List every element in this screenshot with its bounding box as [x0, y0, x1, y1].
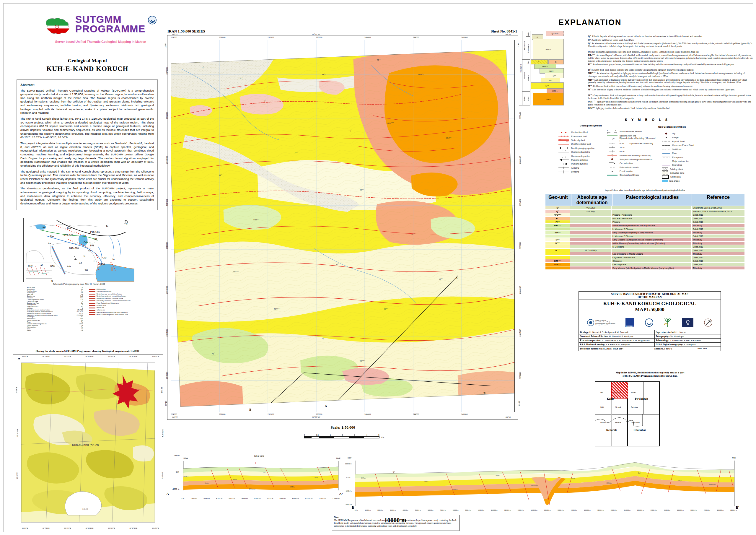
- geo-unit-cell: Plsi: [545, 216, 570, 220]
- overview-map-drawing: [18, 359, 159, 526]
- map-unit-label: Qt: [322, 337, 324, 339]
- distance-label: 2000 m: [203, 497, 210, 499]
- symbol-label: Structural profil trace: [620, 174, 639, 176]
- strike-slip-fault-icon: [558, 139, 570, 142]
- reference-cell: Dolati,2010: [691, 220, 745, 224]
- paleo-cell: Middle Miocene (Serravallian) to Late Mi…: [611, 241, 691, 245]
- direction-label: SSW: [348, 457, 351, 459]
- distance-label: 10000.0 m: [478, 510, 484, 511]
- overturned-syncline-icon: [558, 154, 570, 158]
- symbol-label: 61-90: [620, 150, 625, 153]
- explanation-entry: Mc,si: Red brown thick bedded cleaved an…: [588, 85, 753, 87]
- paleo-legend-glyph: [89, 298, 95, 299]
- overview-bottom-coords: 60°0'0"E60°7'30"E60°15'0"E60°22'30"E60°3…: [22, 527, 159, 529]
- time-table-row: Late Oligocene to Middle Miocene This st…: [545, 252, 745, 256]
- elev-label: 0.0 m: [346, 476, 350, 478]
- reference-cell: Dolati,2010: [691, 245, 745, 248]
- chair-text-line: Geological Survey of Iran: [595, 324, 615, 325]
- gsi-logo-icon: [645, 318, 654, 327]
- sheet-no-cell: Sheet No. : 8041-1: [653, 347, 696, 351]
- paleo-legend-glyph: [89, 294, 95, 295]
- reference-cell: Dolati,2010: [691, 263, 745, 266]
- geo-unit-cell: Msh,s: [545, 241, 570, 245]
- dip-strike-measured-icon: 30: [606, 138, 618, 141]
- scale-tick-label: 1: [330, 434, 331, 436]
- abbrev-name: Mantle: [27, 330, 31, 332]
- time-table: Geo-unit Absolute age determination Pale…: [545, 194, 745, 270]
- paleo-caption: Schematic Paleogeography map, After H. N…: [23, 283, 134, 285]
- overview-lat-label: 25°45'0"N: [162, 472, 163, 479]
- cross-section-a: 1000 m 0 m -1000 m SSW kuh e kand NNE MP…: [166, 454, 343, 505]
- paleo-legend-label: volcanic arc: [96, 309, 104, 311]
- section-unit-tag: Qal: [638, 472, 640, 474]
- era-oligo: Oligo.: [526, 91, 530, 105]
- strat-unit-olmshs: OlMsh,s: [533, 93, 564, 105]
- distance-label: 24000.0 m: [664, 510, 670, 511]
- paleo-legend-glyph: [89, 291, 95, 292]
- map-unit-label: OlMs,sh,c: [388, 122, 394, 124]
- northing-label: 2860000: [519, 242, 521, 249]
- paleo-cell: [611, 248, 691, 252]
- easting-label: 228000: [219, 413, 225, 415]
- section-unit-tag: MPlm,s: [361, 477, 366, 479]
- map-unit-label: OlMsh,s: [418, 73, 424, 76]
- contractional-fault-icon: [558, 131, 570, 134]
- section-unit-tag: Msh,s: [424, 480, 428, 482]
- index-cell-label: Chah bahar: [631, 422, 640, 423]
- symbol-label: Plunging anticline: [571, 159, 588, 161]
- building-block-icon: [662, 167, 668, 171]
- geo-unit-cell: Qt: [545, 206, 570, 210]
- map-unit-label: PlPec,a,si: [233, 270, 239, 273]
- lon-label: 60°15': [173, 416, 178, 418]
- map-unit-label: Msh,s: [322, 73, 326, 76]
- scale-tick-label: 0.5: [316, 434, 319, 436]
- paleo-legend-label: Paleotethys continent - continent collis…: [96, 300, 130, 302]
- title-block-line2: OF THE MAKRAN: [579, 296, 720, 299]
- map-unit-label: Ms,sh: [295, 152, 298, 154]
- section-unit-tag: Ms,si: [314, 476, 318, 478]
- logo-title-2: PROGRAMME: [75, 24, 146, 33]
- symbol-label: city: [672, 132, 675, 135]
- cultivated-zone-icon: [662, 171, 668, 175]
- strat-column: CENOZOIC Quaternary Holo. Pleistocene Ne…: [519, 31, 564, 120]
- paleo-cell: L. Miocene- E Pliocene: [611, 227, 691, 231]
- paleo-label: In: [113, 258, 115, 261]
- unit-code: PlPec,a,si: [588, 54, 595, 57]
- unit-code: Qt: [588, 50, 590, 53]
- easting-label: 236000: [316, 413, 322, 415]
- paleo-cell: Pliocene: [611, 220, 691, 224]
- logo-subtitle: Server based Unified Thematic Geological…: [44, 40, 157, 43]
- credit-cell: Paleontology: J. Daneshian & MR. Partoaz…: [655, 339, 720, 342]
- distance-label: 12000 m: [332, 497, 340, 499]
- paleo-label: Pon: [50, 235, 54, 238]
- geology-drawing: [171, 40, 514, 412]
- overview-lon-label: 60°7'30"E: [42, 355, 50, 357]
- paleogeography-drawing: [24, 218, 135, 282]
- northing-label: 2852000: [166, 329, 168, 336]
- lat-label: 25°45': [165, 401, 167, 406]
- explanation-entry: Plsi,s: An alternation of grey to brown,…: [588, 63, 753, 66]
- unit-code: OlMsh,s: [588, 107, 595, 110]
- study-area-icon: [662, 175, 669, 179]
- map-unit-label: Ms,sh: [411, 233, 415, 236]
- symbol-label: Inclined fault-showing strike & dip: [620, 154, 651, 157]
- time-table-row: Early Miocene (late Burdigalian) to Midd…: [545, 266, 745, 270]
- distance-label: 29000.0 m: [730, 510, 737, 511]
- age-cell: [570, 259, 611, 263]
- elev-label: 1000 m: [173, 454, 180, 456]
- section-a-xaxis: 0 m1000 m2000 m3000 m4000 m5000 m6000 m7…: [181, 497, 340, 499]
- paleoseismic-trench-icon: [606, 166, 618, 169]
- paleo-legend-label: Oceanic crust: [96, 305, 106, 307]
- northing-label: 2872000: [166, 112, 168, 119]
- section-unit-tag: OlMsh,s: [452, 489, 457, 491]
- explanation-entries: Qal: Alluvial deposits with fragmented o…: [588, 35, 753, 110]
- dip-31-60-icon: [606, 146, 618, 149]
- paleo-legend-glyph: [89, 312, 95, 313]
- time-table-row: OlMs,sh,c Oligocene Dolati,2010: [545, 259, 745, 263]
- distance-label: 25000.0 m: [677, 510, 684, 511]
- elev-label: -2000.0 m: [345, 504, 352, 505]
- abbrev-code: Lith: [81, 330, 83, 332]
- explanation-entry: Qsd: Golden to light brown windy sand, S…: [588, 39, 753, 42]
- paleogeography-sketch: BSCauTuPonAnCaSKDAbIrZaLCAfInAfArbPGNTA-…: [23, 218, 135, 282]
- paleo-label: Ab: [88, 249, 91, 252]
